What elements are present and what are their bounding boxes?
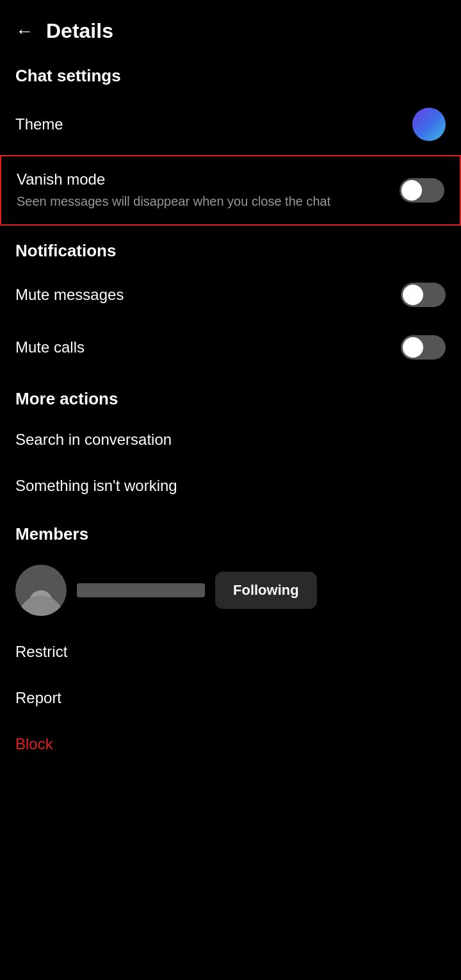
mute-messages-label: Mute messages xyxy=(15,286,124,304)
back-button[interactable]: ← xyxy=(15,21,33,42)
mute-calls-row[interactable]: Mute calls xyxy=(0,321,461,374)
vanish-mode-toggle[interactable] xyxy=(400,178,444,203)
mute-calls-toggle-track xyxy=(401,335,446,360)
something-not-working-row[interactable]: Something isn't working xyxy=(0,463,461,509)
vanish-mode-toggle-thumb xyxy=(401,180,422,201)
vanish-mode-row[interactable]: Vanish mode Seen messages will disappear… xyxy=(0,155,461,226)
page-title: Details xyxy=(46,19,113,43)
block-row[interactable]: Block xyxy=(0,721,461,767)
something-not-working-label: Something isn't working xyxy=(15,477,177,494)
following-button[interactable]: Following xyxy=(215,572,317,609)
search-in-conversation-row[interactable]: Search in conversation xyxy=(0,417,461,463)
theme-label: Theme xyxy=(15,115,63,133)
mute-messages-toggle-thumb xyxy=(403,285,423,305)
mute-calls-toggle[interactable] xyxy=(401,335,446,360)
avatar-body xyxy=(18,595,64,616)
report-row[interactable]: Report xyxy=(0,675,461,721)
vanish-mode-toggle-track xyxy=(400,178,444,203)
theme-color-circle[interactable] xyxy=(412,108,446,141)
mute-messages-toggle-track xyxy=(401,283,446,307)
header: ← Details xyxy=(0,0,461,56)
restrict-label: Restrict xyxy=(15,643,67,660)
block-label: Block xyxy=(15,735,53,752)
chat-settings-section-label: Chat settings xyxy=(0,56,461,94)
mute-calls-label: Mute calls xyxy=(15,338,85,356)
restrict-row[interactable]: Restrict xyxy=(0,629,461,675)
vanish-mode-label: Vanish mode xyxy=(17,170,389,188)
vanish-mode-sublabel: Seen messages will disappear when you cl… xyxy=(17,192,389,210)
more-actions-section-label: More actions xyxy=(0,379,461,417)
mute-calls-toggle-thumb xyxy=(403,337,423,358)
notifications-section-label: Notifications xyxy=(0,231,461,269)
search-in-conversation-label: Search in conversation xyxy=(15,431,172,448)
report-label: Report xyxy=(15,689,61,706)
avatar[interactable] xyxy=(15,565,67,616)
members-section-label: Members xyxy=(0,514,461,552)
member-row: Following xyxy=(0,552,461,629)
mute-messages-toggle[interactable] xyxy=(401,283,446,307)
mute-messages-row[interactable]: Mute messages xyxy=(0,269,461,321)
theme-row[interactable]: Theme xyxy=(0,94,461,155)
vanish-mode-text-block: Vanish mode Seen messages will disappear… xyxy=(17,170,389,210)
member-name-placeholder xyxy=(77,583,205,597)
